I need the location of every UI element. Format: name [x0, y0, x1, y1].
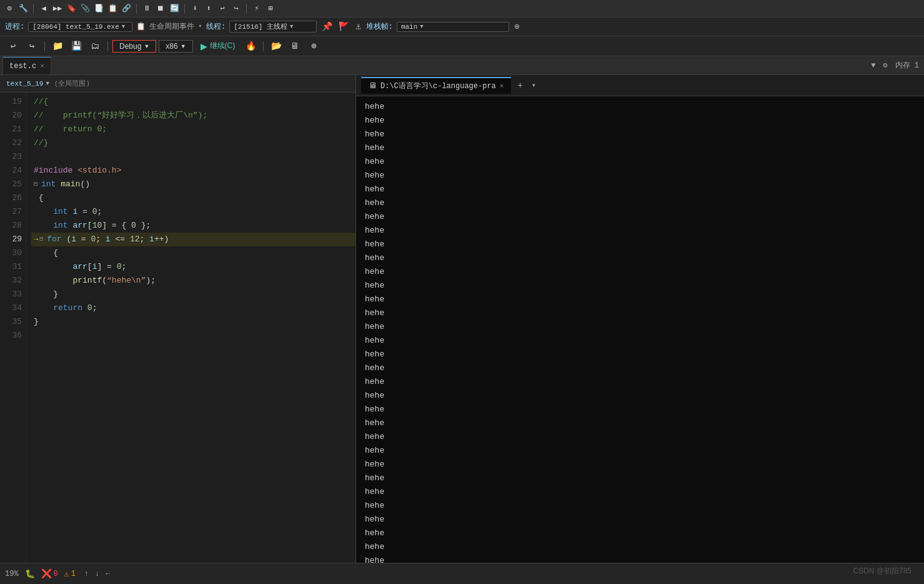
toolbar-icon-8[interactable]: 📋 — [107, 3, 118, 14]
toolbar-icon-6[interactable]: 📎 — [79, 3, 91, 14]
terminal-output-line: hehe — [365, 279, 915, 293]
debug-config-dropdown-icon[interactable]: ▼ — [144, 43, 149, 49]
stack-label: 堆栈帧: — [366, 21, 393, 32]
terminal-output-line: hehe — [365, 196, 915, 210]
tab-close-button[interactable]: × — [40, 63, 44, 70]
code-line-23 — [31, 150, 355, 164]
terminal-add-button[interactable]: + — [515, 78, 525, 93]
expand-icon[interactable]: ⊞ — [265, 3, 276, 14]
open-btn[interactable]: 📁 — [49, 38, 66, 54]
scope-dropdown-icon[interactable]: ▼ — [46, 81, 49, 87]
terminal-tab[interactable]: 🖥 D:\C语言学习\c-language-pra × — [361, 77, 511, 94]
step-back-icon[interactable]: ↩ — [217, 3, 228, 14]
terminal-close-button[interactable]: × — [500, 83, 504, 90]
pin-icon: 📌 — [322, 21, 332, 32]
fold-25-icon[interactable]: ⊟ — [34, 178, 41, 191]
code-line-29: → ⊟ for (i = 0; i <= 12; i++) — [31, 233, 355, 246]
undo-btn[interactable]: ↩ — [5, 38, 21, 54]
terminal-output-line: hehe — [365, 485, 915, 499]
editor-pane: text_5_19 ▼ (全局范围) 19 20 21 22 23 24 25 … — [0, 75, 356, 563]
editor-body[interactable]: 19 20 21 22 23 24 25 26 27 28 29 30 31 3… — [0, 93, 355, 563]
save-btn[interactable]: 💾 — [68, 38, 84, 54]
tab-dropdown-icon[interactable]: ▼ — [868, 60, 878, 71]
nav-up-button[interactable]: ↑ — [82, 568, 91, 580]
toolbar-icon-2[interactable]: 🔧 — [17, 3, 29, 14]
terminal-output-line: hehe — [365, 361, 915, 375]
code-line-27: int i = 0; — [31, 205, 355, 219]
code-line-21: // return 0; — [31, 123, 355, 136]
ln-29: 29 — [4, 233, 22, 246]
terminal-output-line: hehe — [365, 403, 915, 416]
ln-35: 35 — [4, 315, 22, 329]
scope-selector[interactable]: text_5_19 ▼ — [6, 80, 49, 88]
main-layout: text_5_19 ▼ (全局范围) 19 20 21 22 23 24 25 … — [0, 75, 924, 563]
code-line-32: printf(“hehe\n”); — [31, 274, 355, 288]
watermark: CSDN @初阳785 — [853, 566, 912, 576]
error-badge: ❌ 0 — [41, 568, 58, 579]
continue-button[interactable]: ▶ 继续(C) — [196, 39, 241, 53]
expand-down-btn[interactable]: ⊕ — [306, 38, 322, 54]
toolbar-icon-9[interactable]: 🔗 — [121, 3, 132, 14]
process-selector[interactable]: [28064] text_5_19.exe ▼ — [28, 22, 132, 32]
toolbar-icon-1[interactable]: ⚙ — [4, 3, 15, 14]
ln-26: 26 — [4, 191, 22, 205]
debug-config-button[interactable]: Debug ▼ — [112, 40, 156, 53]
thread-dropdown-icon[interactable]: ▼ — [290, 24, 296, 30]
toolbar-icon-7[interactable]: 📑 — [93, 3, 104, 14]
toolbar-icon-4[interactable]: ▶▶ — [52, 3, 63, 14]
toolbar-icon-5[interactable]: 🔖 — [66, 3, 77, 14]
terminal-output-line: hehe — [365, 128, 915, 141]
ln-31: 31 — [4, 260, 22, 274]
code-line-25: ⊟int main() — [31, 178, 355, 191]
redo-btn[interactable]: ↪ — [24, 38, 40, 54]
fold-29-icon[interactable]: ⊟ — [39, 233, 47, 246]
step-up-icon[interactable]: ⬆ — [203, 3, 214, 14]
terminal-output-line: hehe — [365, 471, 915, 485]
terminal-body[interactable]: hehehehehehehehehehehehehehehehehehehehe… — [356, 96, 924, 563]
reload-icon[interactable]: 🔄 — [169, 3, 180, 14]
run-icon[interactable]: ⚡ — [251, 3, 262, 14]
stack-selector[interactable]: main ▼ — [397, 22, 509, 32]
arch-button[interactable]: x86 ▼ — [159, 40, 192, 53]
folder-open-btn[interactable]: 📂 — [268, 38, 284, 54]
error-count: 0 — [54, 570, 58, 578]
thread-value: [21516] 主线程 — [234, 22, 287, 31]
ln-24: 24 — [4, 164, 22, 178]
terminal-output-line: hehe — [365, 444, 915, 458]
code-line-35: } — [31, 315, 355, 329]
terminal-output-line: hehe — [365, 100, 915, 114]
code-line-28: int arr[10] = { 0 }; — [31, 219, 355, 233]
nav-left-button[interactable]: ← — [103, 568, 112, 580]
save-all-btn[interactable]: 🗂 — [87, 38, 103, 54]
arch-dropdown-icon[interactable]: ▼ — [181, 43, 186, 49]
fire-btn[interactable]: 🔥 — [242, 38, 259, 54]
nav-down-button[interactable]: ↓ — [92, 568, 102, 580]
debug-status-icon: 🐛 — [25, 569, 35, 579]
code-area[interactable]: //{ // printf(“好好学习，以后进大厂\n”); // return… — [26, 93, 355, 563]
debug-sep-3 — [263, 41, 264, 51]
ln-34: 34 — [4, 301, 22, 315]
ln-21: 21 — [4, 123, 22, 136]
stack-dropdown-icon[interactable]: ▼ — [420, 24, 426, 30]
pause-icon[interactable]: ⏸ — [141, 3, 152, 14]
process-dropdown-icon[interactable]: ▼ — [122, 24, 128, 30]
editor-tab[interactable]: test.c × — [2, 57, 51, 74]
toolbar-icon-3[interactable]: ◀ — [38, 3, 49, 14]
thread-selector[interactable]: [21516] 主线程 ▼ — [229, 21, 317, 33]
code-line-31: arr[i] = 0; — [31, 260, 355, 274]
monitor-btn[interactable]: 🖥 — [287, 38, 303, 54]
settings-icon[interactable]: ⚙ — [880, 59, 890, 71]
zoom-level: 19% — [5, 570, 19, 578]
terminal-more-button[interactable]: ▾ — [529, 78, 539, 93]
stop-icon[interactable]: ⏹ — [155, 3, 166, 14]
debug-bar: ↩ ↪ 📁 💾 🗂 Debug ▼ x86 ▼ ▶ 继续(C) 🔥 📂 🖥 ⊕ — [0, 36, 924, 56]
stack-expand-icon[interactable]: ⊕ — [514, 21, 519, 32]
terminal-output-line: hehe — [365, 306, 915, 320]
ln-28: 28 — [4, 219, 22, 233]
code-line-36 — [31, 329, 355, 343]
terminal-output-line: hehe — [365, 554, 915, 563]
step-forward-icon[interactable]: ↪ — [231, 3, 242, 14]
ln-23: 23 — [4, 150, 22, 164]
terminal-tab-icon: 🖥 — [369, 81, 377, 91]
step-down-icon[interactable]: ⬇ — [189, 3, 201, 14]
